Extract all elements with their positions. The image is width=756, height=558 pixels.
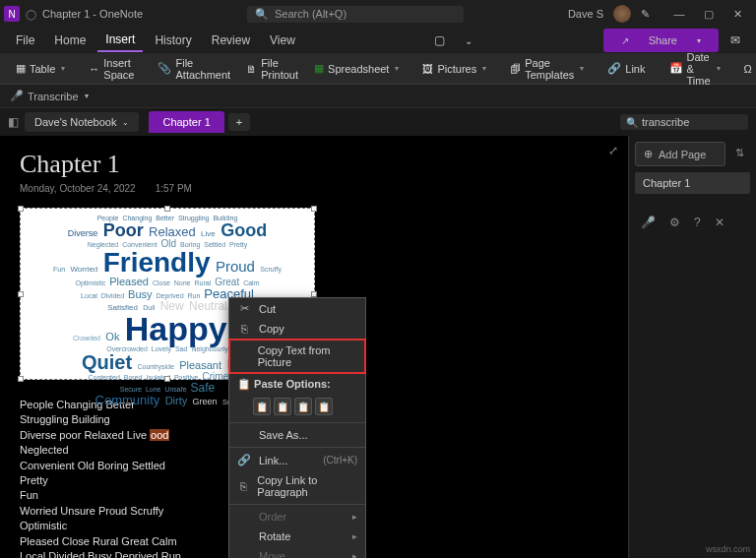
resize-handle[interactable] (18, 376, 24, 382)
paste-option-3[interactable]: 📋 (294, 398, 312, 415)
ctx-paste-options: 📋 📋 📋 📋 (229, 395, 365, 420)
paste-option-4[interactable]: 📋 (315, 398, 333, 415)
document-title: Chapter 1 - OneNote (42, 8, 143, 20)
page-sidebar: ⊕ Add Page ⇅ Chapter 1 🎤 ⚙ ? ✕ (628, 136, 756, 558)
menu-home[interactable]: Home (46, 30, 94, 51)
ribbon-pictures[interactable]: 🖼Pictures▾ (416, 60, 492, 78)
expand-icon[interactable]: ⤢ (608, 144, 618, 157)
app-icon: N (4, 6, 20, 22)
resize-handle[interactable] (164, 376, 170, 382)
link-icon: 🔗 (237, 454, 251, 466)
transcribe-button[interactable]: 🎤 Transcribe ▾ (10, 90, 89, 102)
printout-icon: 🗎 (246, 63, 257, 75)
copy-icon: ⎘ (237, 323, 251, 335)
paste-icon: 📋 (237, 378, 251, 390)
ribbon-date-time[interactable]: 📅Date & Time▾ (663, 48, 726, 90)
mic-icon[interactable]: 🎤 (641, 216, 656, 229)
resize-handle[interactable] (18, 291, 24, 297)
templates-icon: 🗐 (510, 63, 521, 75)
share-icon: ↗ (613, 31, 637, 50)
pictures-icon: 🖼 (422, 63, 433, 75)
add-page-button[interactable]: ⊕ Add Page (635, 142, 725, 166)
tabbar: ◧ Dave's Notebook⌄ Chapter 1 + 🔍 ✕ ▾ (0, 108, 756, 136)
ctx-copy-link-paragraph[interactable]: ⎘Copy Link to Paragraph (229, 470, 365, 502)
ribbon-spreadsheet[interactable]: ▦Spreadsheet▾ (308, 59, 405, 78)
resize-handle[interactable] (18, 206, 24, 212)
copy-link-icon: ⎘ (237, 480, 249, 492)
nav-icon[interactable]: ◧ (8, 115, 19, 129)
calendar-icon: 📅 (669, 62, 683, 75)
menubar: File Home Insert History Review View ▢ ⌄… (0, 28, 756, 53)
page-list-item[interactable]: Chapter 1 (635, 172, 750, 194)
ribbon-link[interactable]: 🔗Link (601, 59, 651, 78)
close-panel-icon[interactable]: ✕ (715, 216, 724, 229)
present-icon[interactable]: ▢ (426, 30, 453, 51)
link-icon: 🔗 (607, 62, 621, 75)
ctx-rotate[interactable]: Rotate▸ (229, 527, 365, 546)
help-icon[interactable]: ? (694, 216, 701, 229)
ribbon-file-attachment[interactable]: 📎File Attachment (152, 54, 236, 84)
paste-option-2[interactable]: 📋 (274, 398, 291, 415)
pen-icon[interactable]: ✎ (641, 8, 650, 21)
page-title[interactable]: Chapter 1 (20, 150, 608, 179)
space-icon: ↔ (89, 63, 99, 75)
avatar[interactable] (613, 5, 631, 23)
page-date: Monday, October 24, 2022 (20, 183, 136, 194)
ctx-cut[interactable]: ✂Cut (229, 298, 365, 319)
ctx-order[interactable]: Order▸ (229, 507, 365, 527)
paste-option-1[interactable]: 📋 (253, 398, 271, 415)
ribbon-symbol[interactable]: ΩSymbol▾ (738, 60, 756, 78)
menu-review[interactable]: Review (204, 30, 258, 51)
resize-handle[interactable] (311, 206, 317, 212)
maximize-icon[interactable]: ▢ (695, 4, 723, 24)
mic-icon: 🎤 (10, 90, 24, 102)
watermark: wsxdn.com (706, 544, 750, 554)
search-icon: 🔍 (626, 117, 638, 128)
search-box[interactable]: 🔍 Search (Alt+Q) (247, 6, 464, 23)
plus-icon: ⊕ (644, 148, 653, 160)
ctx-copy-text-from-picture[interactable]: Copy Text from Picture (228, 339, 366, 374)
titlebar: N ◯ Chapter 1 - OneNote 🔍 Search (Alt+Q)… (0, 0, 756, 28)
ribbon: ▦Table▾ ↔Insert Space 📎File Attachment 🗎… (0, 53, 756, 85)
ctx-link[interactable]: 🔗Link...(Ctrl+K) (229, 450, 365, 470)
ribbon-page-templates[interactable]: 🗐Page Templates▾ (504, 54, 590, 84)
user-name[interactable]: Dave S (568, 8, 603, 20)
resize-handle[interactable] (311, 291, 317, 297)
context-menu: ✂Cut ⎘Copy Copy Text from Picture 📋 Past… (228, 297, 366, 558)
ribbon-insert-space[interactable]: ↔Insert Space (83, 54, 140, 84)
symbol-icon: Ω (744, 63, 752, 75)
spreadsheet-icon: ▦ (314, 62, 324, 75)
attachment-icon: 📎 (158, 62, 171, 75)
cut-icon: ✂ (237, 302, 251, 315)
menu-history[interactable]: History (147, 30, 199, 51)
workspace: ⤢ Chapter 1 Monday, October 24, 2022 1:5… (0, 136, 756, 558)
tab-chapter1[interactable]: Chapter 1 (149, 111, 223, 133)
ribbon-table[interactable]: ▦Table▾ (10, 59, 71, 78)
menu-file[interactable]: File (8, 30, 42, 51)
table-icon: ▦ (16, 62, 26, 75)
ctx-copy[interactable]: ⎘Copy (229, 319, 365, 339)
ribbon-file-printout[interactable]: 🗎File Printout (240, 54, 304, 84)
page-search[interactable]: 🔍 ✕ ▾ (620, 114, 748, 130)
search-placeholder: Search (Alt+Q) (275, 8, 346, 20)
ctx-move[interactable]: Move▸ (229, 546, 365, 558)
minimize-icon[interactable]: — (665, 4, 693, 24)
gear-icon[interactable]: ⚙ (669, 216, 680, 229)
tab-add-button[interactable]: + (228, 113, 250, 131)
close-icon[interactable]: ✕ (724, 4, 752, 24)
back-icon[interactable]: ◯ (26, 9, 36, 20)
menu-insert[interactable]: Insert (97, 29, 143, 52)
chevron-icon[interactable]: ⌄ (457, 31, 480, 50)
comments-icon[interactable]: ✉ (723, 30, 748, 51)
page-time: 1:57 PM (156, 183, 192, 194)
page-search-input[interactable] (642, 116, 756, 128)
notebook-selector[interactable]: Dave's Notebook⌄ (25, 112, 139, 132)
secondary-bar: 🎤 Transcribe ▾ (0, 85, 756, 108)
ctx-save-as[interactable]: Save As... (229, 425, 365, 445)
sort-icon[interactable]: ⇅ (729, 142, 750, 166)
menu-view[interactable]: View (262, 30, 303, 51)
search-icon: 🔍 (255, 8, 269, 21)
ctx-paste-header: 📋 Paste Options: (229, 374, 365, 395)
resize-handle[interactable] (164, 206, 170, 212)
